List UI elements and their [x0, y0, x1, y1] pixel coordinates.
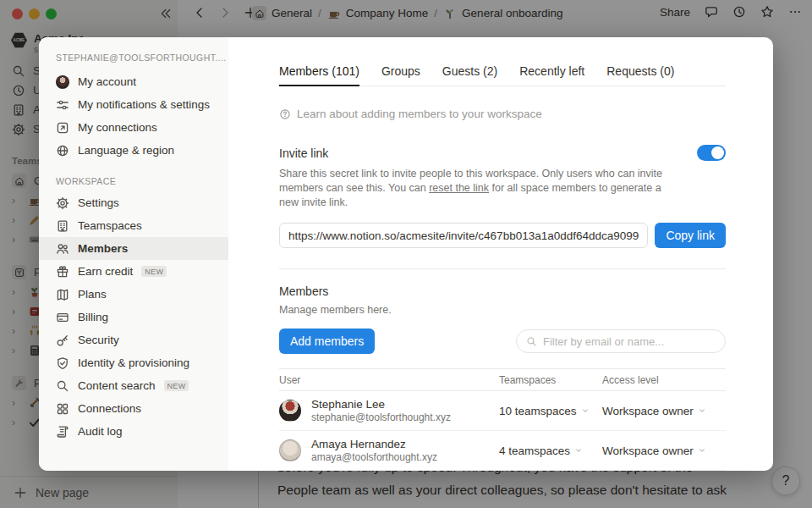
members-section-title: Members	[279, 284, 726, 298]
settings-item-audit-log[interactable]: Audit log	[39, 420, 228, 443]
tab-requests[interactable]: Requests (0)	[606, 64, 674, 86]
invite-link-description: Share this secret link to invite people …	[279, 167, 673, 210]
scroll-icon	[56, 425, 69, 439]
globe-icon	[56, 144, 69, 157]
map-icon	[56, 288, 69, 301]
settings-modal: STEPHANIE@TOOLSFORTHOUGHT.... My account…	[39, 37, 773, 471]
chevron-down-icon	[698, 406, 706, 415]
settings-item-language-region[interactable]: Language & region	[39, 139, 228, 162]
settings-item-my-connections[interactable]: My connections	[39, 116, 228, 139]
invite-url-input[interactable]	[279, 223, 648, 248]
tab-groups[interactable]: Groups	[381, 64, 420, 86]
settings-item-identity-provisioning[interactable]: Identity & provisioning	[39, 351, 228, 374]
tab-recently-left[interactable]: Recently left	[519, 64, 584, 86]
member-filter-input[interactable]	[543, 335, 716, 348]
gift-icon	[56, 265, 69, 279]
building-icon	[56, 219, 69, 233]
credit-card-icon	[56, 311, 69, 324]
member-email: amaya@toolsforthought.xyz	[311, 451, 437, 464]
shield-check-icon	[56, 356, 69, 370]
member-row: Amaya Hernandez amaya@toolsforthought.xy…	[279, 431, 726, 471]
members-tabs: Members (101) Groups Guests (2) Recently…	[279, 64, 726, 86]
access-level-dropdown[interactable]: Workspace owner	[602, 444, 726, 457]
member-email: stephanie@toolsforthought.xyz	[311, 411, 451, 424]
tab-guests[interactable]: Guests (2)	[442, 64, 497, 86]
column-access-level: Access level	[602, 374, 726, 386]
add-members-button[interactable]: Add members	[279, 329, 375, 354]
toggle-knob	[711, 146, 724, 159]
section-divider	[279, 268, 726, 269]
people-icon	[56, 242, 69, 256]
members-table: User Teamspaces Access level Stephanie L…	[279, 368, 726, 471]
chevron-down-icon	[581, 406, 590, 415]
settings-modal-content: Members (101) Groups Guests (2) Recently…	[228, 37, 773, 471]
search-icon	[56, 379, 69, 393]
settings-modal-sidebar: STEPHANIE@TOOLSFORTHOUGHT.... My account…	[39, 37, 228, 471]
grid-icon	[56, 402, 69, 416]
copy-link-button[interactable]: Copy link	[655, 223, 726, 248]
key-icon	[56, 334, 69, 347]
reset-link[interactable]: reset the link	[429, 182, 489, 194]
avatar	[279, 400, 301, 422]
teamspaces-dropdown[interactable]: 4 teamspaces	[499, 444, 602, 457]
settings-item-members[interactable]: Members	[39, 237, 228, 260]
chevron-down-icon	[574, 446, 583, 455]
account-email-header: STEPHANIE@TOOLSFORTHOUGHT....	[39, 52, 228, 63]
settings-item-connections[interactable]: Connections	[39, 397, 228, 420]
member-filter	[516, 329, 726, 353]
screen: General / Company Home / General onboard…	[0, 0, 812, 508]
sliders-icon	[56, 98, 69, 112]
settings-item-my-account[interactable]: My account	[39, 70, 228, 93]
learn-link[interactable]: Learn about adding members to your works…	[279, 108, 726, 120]
chevron-down-icon	[698, 446, 706, 455]
workspace-section-header: WORKSPACE	[39, 176, 228, 186]
column-teamspaces: Teamspaces	[499, 374, 602, 386]
member-row: Stephanie Lee stephanie@toolsforthought.…	[279, 391, 726, 431]
gear-icon	[56, 196, 69, 210]
settings-item-billing[interactable]: Billing	[39, 306, 228, 329]
settings-item-security[interactable]: Security	[39, 329, 228, 351]
settings-item-plans[interactable]: Plans	[39, 283, 228, 306]
settings-item-teamspaces[interactable]: Teamspaces	[39, 214, 228, 237]
column-user: User	[279, 374, 499, 386]
members-table-header: User Teamspaces Access level	[279, 368, 726, 391]
new-badge: NEW	[164, 380, 189, 391]
settings-item-earn-credit[interactable]: Earn credit NEW	[39, 260, 228, 283]
access-level-dropdown[interactable]: Workspace owner	[602, 405, 726, 417]
avatar-icon	[56, 75, 69, 89]
arrow-up-right-box-icon	[56, 121, 69, 135]
members-section-subtitle: Manage members here.	[279, 304, 726, 316]
member-name: Stephanie Lee	[311, 397, 451, 411]
tab-members[interactable]: Members (101)	[279, 64, 359, 86]
new-badge: NEW	[141, 266, 167, 277]
invite-link-title: Invite link	[279, 146, 328, 160]
question-circle-icon	[279, 108, 291, 120]
invite-link-toggle[interactable]	[697, 145, 726, 161]
avatar	[279, 439, 301, 461]
member-name: Amaya Hernandez	[311, 437, 437, 451]
settings-item-my-notifications[interactable]: My notifications & settings	[39, 93, 228, 116]
teamspaces-dropdown[interactable]: 10 teamspaces	[499, 405, 602, 417]
search-icon	[526, 336, 537, 347]
settings-item-settings[interactable]: Settings	[39, 191, 228, 214]
settings-item-content-search[interactable]: Content search NEW	[39, 374, 228, 397]
